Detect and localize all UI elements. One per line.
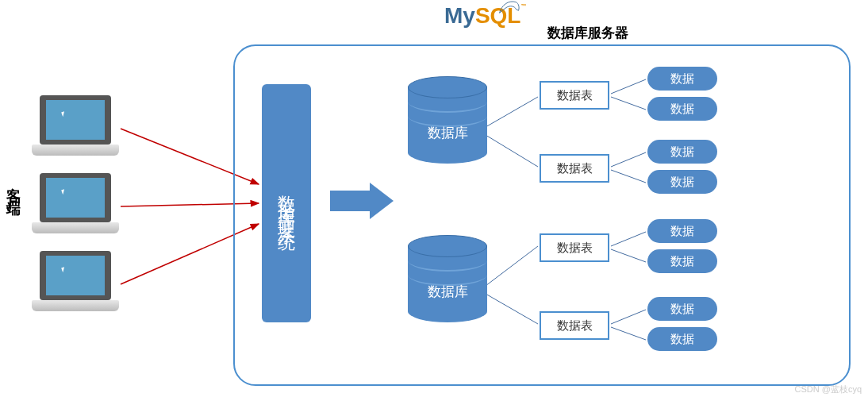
table-box: 数据表 bbox=[540, 311, 609, 340]
data-pill: 数据 bbox=[647, 327, 717, 351]
data-pill: 数据 bbox=[647, 97, 717, 121]
server-label: 数据库服务器 bbox=[547, 24, 628, 42]
data-pill: 数据 bbox=[647, 170, 717, 194]
table-box: 数据表 bbox=[540, 81, 609, 110]
mysql-logo: MySQL™ bbox=[444, 3, 526, 29]
dolphin-icon bbox=[498, 0, 522, 14]
data-pill: 数据 bbox=[647, 140, 717, 164]
database-label: 数据库 bbox=[408, 124, 487, 142]
client-laptop-icon bbox=[32, 251, 119, 313]
watermark: CSDN @蓝枝cyq bbox=[794, 384, 862, 395]
data-pill: 数据 bbox=[647, 67, 717, 91]
database-icon: 数据库 bbox=[408, 235, 487, 322]
database-icon: 数据库 bbox=[408, 76, 487, 164]
client-laptop-icon bbox=[32, 173, 119, 235]
table-box: 数据表 bbox=[540, 233, 609, 262]
dbms-box: 数据库管理系统 bbox=[262, 84, 311, 322]
client-laptop-icon bbox=[32, 95, 119, 157]
arrow-icon bbox=[330, 183, 394, 219]
data-pill: 数据 bbox=[647, 249, 717, 273]
client-label: 客户端 bbox=[2, 176, 25, 195]
data-pill: 数据 bbox=[647, 219, 717, 243]
logo-my: My bbox=[444, 3, 475, 28]
data-pill: 数据 bbox=[647, 297, 717, 321]
database-label: 数据库 bbox=[408, 283, 487, 301]
table-box: 数据表 bbox=[540, 154, 609, 183]
